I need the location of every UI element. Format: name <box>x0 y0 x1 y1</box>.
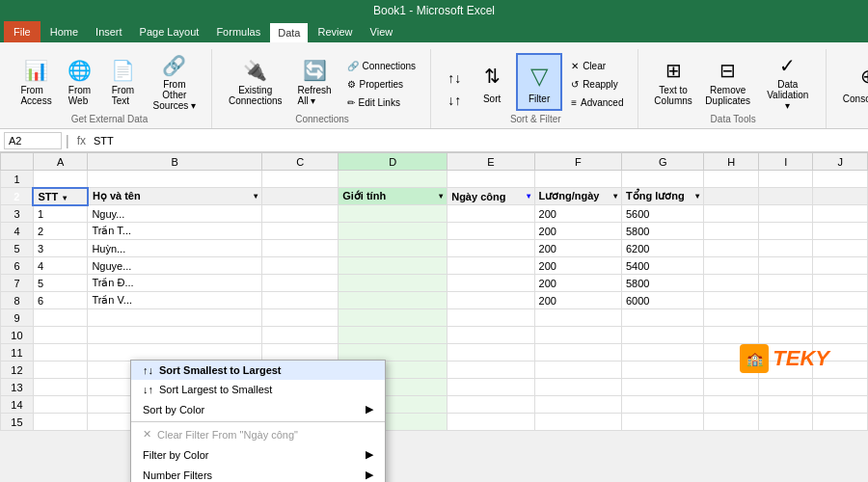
menu-formulas[interactable]: Formulas <box>208 21 268 42</box>
cell-G7[interactable]: 5800 <box>621 275 704 292</box>
col-header-D[interactable]: D <box>339 153 448 171</box>
cell-J5[interactable] <box>813 240 868 257</box>
cell-C3[interactable] <box>262 205 339 223</box>
number-filters-item[interactable]: Number Filters ▶ <box>131 465 385 482</box>
cell-I5[interactable] <box>758 240 812 257</box>
menu-file[interactable]: File <box>4 21 41 42</box>
edit-links-btn[interactable]: ✏ Edit Links <box>340 94 423 111</box>
cell-H5[interactable] <box>704 240 758 257</box>
from-text-button[interactable]: 📄 FromText <box>102 53 144 111</box>
text-to-columns-button[interactable]: ⊞ Text toColumns <box>648 53 697 111</box>
col-header-F[interactable]: F <box>534 153 621 171</box>
cell-E2[interactable]: Ngày công ▾ <box>448 188 534 205</box>
cell-I7[interactable] <box>758 275 812 292</box>
col-header-I[interactable]: I <box>758 153 812 171</box>
advanced-button[interactable]: ≡ Advanced <box>564 94 630 111</box>
connections-btn[interactable]: 🔗 Connections <box>340 57 423 74</box>
cell-C6[interactable] <box>262 257 339 275</box>
cell-B6[interactable]: Nguye... <box>88 257 262 275</box>
cell-A3[interactable]: 1 <box>33 205 87 223</box>
cell-F7[interactable]: 200 <box>534 275 621 292</box>
sort-asc-button[interactable]: ↑↓ <box>441 67 468 89</box>
menu-view[interactable]: View <box>363 21 401 42</box>
cell-A8[interactable]: 6 <box>33 292 87 309</box>
cell-G4[interactable]: 5800 <box>621 223 704 240</box>
cell-G2[interactable]: Tổng lương ▾ <box>621 188 704 205</box>
from-access-button[interactable]: 📊 FromAccess <box>15 53 57 111</box>
remove-duplicates-button[interactable]: ⊟ RemoveDuplicates <box>700 53 756 111</box>
cell-I6[interactable] <box>758 257 812 275</box>
cell-J2[interactable] <box>813 188 868 205</box>
cell-B1[interactable] <box>88 171 262 188</box>
cell-J3[interactable] <box>813 205 868 223</box>
sort-largest-item[interactable]: ↓↑ Sort Largest to Smallest <box>131 380 385 399</box>
cell-F8[interactable]: 200 <box>534 292 621 309</box>
col-header-E[interactable]: E <box>448 153 534 171</box>
cell-G1[interactable] <box>621 171 704 188</box>
cell-E1[interactable] <box>448 171 534 188</box>
properties-btn[interactable]: ⚙ Properties <box>340 75 423 93</box>
cell-I8[interactable] <box>758 292 812 309</box>
refresh-all-button[interactable]: 🔄 RefreshAll ▾ <box>291 53 339 111</box>
cell-D7[interactable] <box>339 275 448 292</box>
cell-B3[interactable]: Nguy... <box>88 205 262 223</box>
cell-J7[interactable] <box>813 275 868 292</box>
sort-by-color-item[interactable]: Sort by Color ▶ <box>131 399 385 419</box>
sort-desc-button[interactable]: ↓↑ <box>441 90 468 111</box>
cell-J4[interactable] <box>813 223 868 240</box>
cell-B4[interactable]: Trần T... <box>88 223 262 240</box>
cell-F1[interactable] <box>534 171 621 188</box>
cell-E7[interactable] <box>448 275 534 292</box>
menu-data[interactable]: Data <box>270 21 308 42</box>
cell-J1[interactable] <box>813 171 868 188</box>
cell-D3[interactable] <box>339 205 448 223</box>
consolidate-button[interactable]: ⊕ Consolidate <box>836 53 868 111</box>
cell-E6[interactable] <box>448 257 534 275</box>
cell-E5[interactable] <box>448 240 534 257</box>
menu-home[interactable]: Home <box>42 21 86 42</box>
cell-I4[interactable] <box>758 223 812 240</box>
cell-C5[interactable] <box>262 240 339 257</box>
cell-B5[interactable]: Huỳn... <box>88 240 262 257</box>
cell-I2[interactable] <box>758 188 812 205</box>
cell-H1[interactable] <box>704 171 758 188</box>
from-other-sources-button[interactable]: 🔗 From OtherSources ▾ <box>146 53 203 111</box>
filter-button[interactable]: ▽ Filter <box>516 53 562 111</box>
cell-A2[interactable]: STT ▾ <box>33 188 87 205</box>
formula-input[interactable] <box>94 135 864 147</box>
cell-G8[interactable]: 6000 <box>621 292 704 309</box>
cell-A5[interactable]: 3 <box>33 240 87 257</box>
cell-C8[interactable] <box>262 292 339 309</box>
cell-H4[interactable] <box>704 223 758 240</box>
cell-F4[interactable]: 200 <box>534 223 621 240</box>
cell-A1[interactable] <box>33 171 87 188</box>
cell-B8[interactable]: Trần V... <box>88 292 262 309</box>
cell-F2[interactable]: Lương/ngày ▾ <box>534 188 621 205</box>
cell-H8[interactable] <box>704 292 758 309</box>
cell-D8[interactable] <box>339 292 448 309</box>
from-web-button[interactable]: 🌐 FromWeb <box>59 53 100 111</box>
menu-review[interactable]: Review <box>310 21 360 42</box>
cell-G5[interactable]: 6200 <box>621 240 704 257</box>
cell-D4[interactable] <box>339 223 448 240</box>
cell-H2[interactable] <box>704 188 758 205</box>
reapply-button[interactable]: ↺ Reapply <box>564 75 630 93</box>
cell-D5[interactable] <box>339 240 448 257</box>
cell-A4[interactable]: 2 <box>33 223 87 240</box>
cell-H7[interactable] <box>704 275 758 292</box>
filter-by-color-item[interactable]: Filter by Color ▶ <box>131 444 385 465</box>
cell-G6[interactable]: 5400 <box>621 257 704 275</box>
menu-insert[interactable]: Insert <box>88 21 130 42</box>
cell-F5[interactable]: 200 <box>534 240 621 257</box>
cell-I3[interactable] <box>758 205 812 223</box>
cell-F6[interactable]: 200 <box>534 257 621 275</box>
col-header-G[interactable]: G <box>621 153 704 171</box>
cell-C2[interactable] <box>262 188 339 205</box>
col-header-B[interactable]: B <box>88 153 262 171</box>
data-validation-button[interactable]: ✓ DataValidation ▾ <box>758 53 818 111</box>
cell-C1[interactable] <box>262 171 339 188</box>
cell-E4[interactable] <box>448 223 534 240</box>
menu-page-layout[interactable]: Page Layout <box>132 21 207 42</box>
cell-D2[interactable]: Giới tính ▾ <box>339 188 448 205</box>
cell-A6[interactable]: 4 <box>33 257 87 275</box>
